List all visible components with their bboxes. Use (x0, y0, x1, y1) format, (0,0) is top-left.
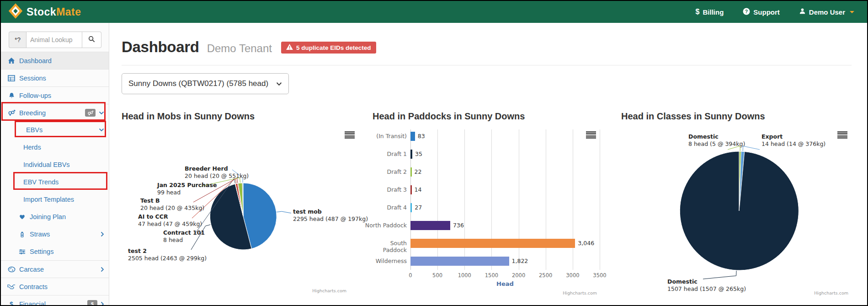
farm-select[interactable]: Sunny Downs (QBTW0217) (5785 head) (122, 73, 289, 94)
bar-value-label: 3,046 (578, 240, 594, 247)
pie-label-ai-to-ccr: AI to CCR47 head (47 @ 459kg) (138, 213, 202, 228)
sidebar-item-ebvs[interactable]: EBVs (1, 121, 109, 139)
sidebar-item-label: Joining Plan (30, 213, 66, 220)
stockmate-logo-icon (8, 3, 23, 21)
sidebar-item-label: Follow-ups (19, 92, 51, 99)
svg-text:?: ? (745, 8, 748, 14)
sidebar-item-label: Carcase (19, 266, 44, 273)
x-tick-label: 2500 (539, 272, 552, 279)
header-divider (122, 65, 852, 65)
dollar-icon: $ (696, 8, 700, 16)
bar-chart-paddocks[interactable]: 0500100015002000250030003500(In Transit)… (365, 108, 608, 296)
highcharts-credit[interactable]: Highcharts.com (563, 290, 597, 295)
sidebar-item-label: Straws (30, 231, 50, 238)
sidebar-item-individual-ebvs[interactable]: Individual EBVs (1, 156, 109, 173)
pie-label-jan-2025-purchase: Jan 2025 Purchase99 head (157, 182, 217, 196)
pie-label-connector (277, 211, 291, 213)
gridline (573, 129, 573, 270)
sessions-icon (7, 75, 16, 82)
bar-value-label: 35 (415, 150, 422, 157)
gridline (491, 129, 492, 270)
bar-in-transit[interactable] (410, 132, 415, 141)
sidebar-item-dashboard[interactable]: Dashboard (1, 52, 109, 69)
sidebar: *? DashboardSessionsFollow-upsBreedingEB… (1, 23, 109, 305)
bar-north-paddock[interactable] (410, 221, 450, 230)
gridline (546, 129, 546, 270)
gridline (464, 129, 465, 270)
search-button[interactable] (82, 32, 101, 48)
home-icon (7, 57, 16, 64)
pie-label-test-2: test 22505 head (2463 @ 299kg) (128, 247, 207, 262)
pie-label-domestic: Domestic1507 head (1507 @ 265kg) (667, 278, 746, 293)
x-axis-title: Head (496, 280, 514, 287)
tenant-name: Demo Tenant (207, 42, 272, 55)
bar-category-label: Draft 4 (365, 204, 407, 211)
chart-head-in-mobs: Head in Mobs in Sunny Downs test mob2295… (122, 108, 365, 296)
sidebar-item-joining-plan[interactable]: Joining Plan (1, 208, 109, 225)
x-tick-label: 3500 (593, 272, 606, 279)
highcharts-credit[interactable]: Highcharts.com (312, 288, 346, 293)
sidebar-item-label: EBV Trends (23, 178, 59, 186)
x-tick-label: 3000 (566, 272, 579, 279)
highcharts-credit[interactable]: Highcharts.com (814, 290, 848, 295)
sliders-icon (18, 248, 26, 255)
user-menu[interactable]: Demo User (799, 8, 854, 16)
brand-logo[interactable]: StockMate (8, 3, 81, 21)
bar-south-paddock[interactable] (410, 239, 575, 248)
pie-label-connector (743, 146, 760, 151)
pie-label-domestic: Domestic8 head (5 @ 394kg) (688, 133, 745, 148)
sidebar-item-straws[interactable]: Straws (1, 225, 109, 243)
sidebar-item-ebv-trends[interactable]: EBV Trends (1, 173, 109, 191)
bar-category-label: North Paddock (365, 222, 407, 229)
sidebar-item-label: Settings (30, 248, 53, 255)
dollar-icon: $ (7, 301, 16, 306)
chevron-down-icon[interactable] (99, 111, 104, 115)
sidebar-item-label: Dashboard (19, 57, 52, 64)
sidebar-item-carcase[interactable]: Carcase (1, 260, 109, 278)
bar-draft-2[interactable] (410, 167, 412, 177)
bar-draft-1[interactable] (410, 150, 412, 159)
chevron-right-icon[interactable] (101, 301, 104, 306)
main-content: Dashboard Demo Tenant 5 duplicate EIDs d… (110, 23, 867, 305)
question-circle-icon: ? (743, 8, 750, 16)
sidebar-item-breeding[interactable]: Breeding (1, 104, 109, 121)
chevron-right-icon[interactable] (101, 231, 104, 237)
gridline (437, 129, 438, 270)
bar-category-label: Draft 3 (365, 186, 407, 193)
bell-icon (7, 92, 16, 99)
bar-draft-3[interactable] (410, 185, 412, 194)
bar-category-label: Wilderness (365, 258, 407, 264)
sidebar-item-herds[interactable]: Herds (1, 139, 109, 156)
breeding-badge (85, 109, 96, 117)
pie-slice-domestic[interactable] (680, 151, 799, 270)
bar-category-label: Draft 1 (365, 150, 407, 157)
bar-value-label: 83 (418, 133, 425, 140)
chevron-down-icon[interactable] (99, 128, 104, 132)
bar-draft-4[interactable] (410, 203, 412, 212)
duplicate-eids-alert[interactable]: 5 duplicate EIDs detected (281, 42, 376, 54)
chart-head-in-paddocks: Head in Paddocks in Sunny Downs 05001000… (365, 108, 608, 296)
sidebar-item-label: Herds (23, 144, 41, 151)
caret-down-icon (850, 11, 854, 13)
sidebar-item-label: Import Templates (23, 196, 74, 203)
chevron-down-icon (276, 79, 282, 88)
billing-link[interactable]: $ Billing (696, 8, 724, 16)
sidebar-item-financial[interactable]: $Financial$ (1, 295, 109, 306)
x-tick-label: 1000 (458, 272, 471, 279)
sidebar-item-follow-ups[interactable]: Follow-ups (1, 86, 109, 104)
sidebar-item-sessions[interactable]: Sessions (1, 69, 109, 86)
pie-label-test-mob: test mob2295 head (487 @ 197kg) (293, 208, 368, 223)
pie-label-breeder-herd: Breeder Herd20 head (20 @ 551kg) (185, 165, 249, 180)
bar-wilderness[interactable] (410, 257, 509, 266)
sidebar-item-settings[interactable]: Settings (1, 243, 109, 260)
support-link[interactable]: ? Support (743, 8, 780, 16)
venus-mars-icon (7, 109, 16, 116)
chevron-right-icon[interactable] (101, 267, 104, 272)
sidebar-item-import-templates[interactable]: Import Templates (1, 191, 109, 208)
chart-head-in-classes: Head in Classes in Sunny Downs Domestic8… (608, 108, 851, 296)
user-icon (799, 8, 806, 16)
animal-lookup-input[interactable] (26, 32, 82, 48)
sidebar-item-contracts[interactable]: Contracts (1, 278, 109, 295)
steak-icon (7, 266, 16, 273)
bar-value-label: 736 (453, 222, 464, 229)
